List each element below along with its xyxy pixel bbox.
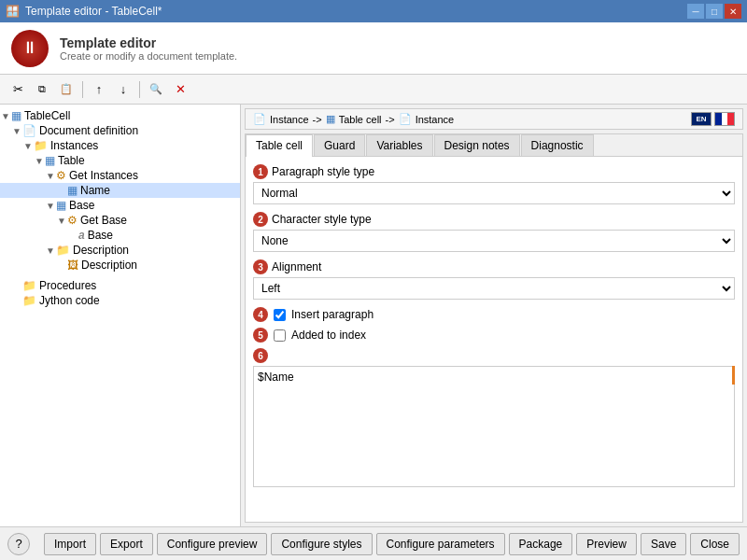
table-cell-icon: ▦: [56, 199, 66, 212]
get-base-icon: ⚙: [67, 214, 78, 227]
tree-item-instances[interactable]: ▼ 📁 Instances: [0, 138, 240, 153]
step-1-badge: 1: [253, 164, 268, 179]
expand-icon: ▼: [56, 216, 67, 226]
insert-paragraph-row: 4 Insert paragraph: [253, 307, 735, 322]
added-to-index-checkbox[interactable]: [274, 329, 286, 342]
alignment-select[interactable]: Left: [253, 277, 735, 300]
breadcrumb-icon-1: 📄: [253, 113, 266, 125]
package-button[interactable]: Package: [509, 533, 573, 555]
save-button[interactable]: Save: [641, 533, 686, 555]
paragraph-style-select[interactable]: Normal: [253, 182, 735, 204]
paragraph-style-text: Paragraph style type: [272, 165, 374, 178]
tree-label: Table: [58, 154, 85, 167]
tab-guard[interactable]: Guard: [314, 134, 365, 156]
english-flag[interactable]: EN: [691, 112, 712, 126]
expand-icon: ▼: [22, 141, 34, 151]
paragraph-style-row: 1 Paragraph style type Normal: [253, 164, 735, 204]
header: ⏸ Template editor Create or modify a doc…: [0, 22, 747, 75]
tree-label: Get Instances: [69, 169, 138, 182]
tree-item-base[interactable]: ▼ ▦ Base: [0, 198, 240, 213]
step-5-badge: 5: [253, 328, 268, 343]
insert-paragraph-checkbox[interactable]: [274, 309, 286, 321]
expand-icon: [56, 186, 67, 196]
tree-item-name[interactable]: ▦ Name: [0, 183, 240, 198]
configure-styles-button[interactable]: Configure styles: [271, 533, 372, 555]
toolbar: ✂ ⧉ 📋 ↑ ↓ 🔍 ✕: [0, 75, 747, 105]
tree-item-description2[interactable]: 🖼 Description: [0, 258, 240, 273]
alignment-row: 3 Alignment Left: [253, 259, 735, 300]
configure-preview-button[interactable]: Configure preview: [157, 533, 268, 555]
paste-button[interactable]: 📋: [56, 79, 77, 100]
close-button[interactable]: Close: [690, 533, 740, 555]
expand-icon: [56, 260, 67, 271]
jython-icon: 📁: [22, 294, 36, 307]
french-flag[interactable]: [714, 112, 735, 126]
tree-label: Document definition: [39, 124, 138, 137]
preview-button[interactable]: Preview: [576, 533, 637, 555]
language-flags: EN: [691, 112, 735, 126]
move-up-button[interactable]: ↑: [89, 79, 109, 100]
tab-diagnostic[interactable]: Diagnostic: [521, 134, 594, 156]
tree-label: Jython code: [39, 294, 100, 307]
tree-item-base2[interactable]: a Base: [0, 228, 240, 243]
cut-button[interactable]: ✂: [7, 79, 28, 100]
breadcrumb-icon-3: 📄: [399, 113, 412, 125]
character-style-select[interactable]: None: [253, 230, 735, 252]
tab-container: Table cell Guard Variables Design notes …: [245, 133, 743, 523]
tree-item-getbase[interactable]: ▼ ⚙ Get Base: [0, 213, 240, 228]
content-textarea[interactable]: $Name: [253, 366, 735, 487]
character-style-text: Character style type: [272, 213, 372, 226]
step-6-badge: 6: [253, 348, 268, 363]
tree-item-tablecell[interactable]: ▼ ▦ TableCell: [0, 108, 240, 123]
header-title: Template editor: [60, 35, 237, 50]
tree-label: Instances: [50, 139, 98, 152]
expand-icon: ▼: [0, 111, 11, 121]
help-button[interactable]: ?: [7, 533, 30, 555]
move-down-button[interactable]: ↓: [113, 79, 134, 100]
tree-item-procedures[interactable]: 📁 Procedures: [0, 278, 240, 293]
tree-label: Base: [88, 229, 113, 242]
doc-icon: 📄: [22, 124, 36, 137]
tree-item-docdefinition[interactable]: ▼ 📄 Document definition: [0, 123, 240, 138]
insert-paragraph-label: Insert paragraph: [291, 308, 374, 321]
paragraph-style-label: 1 Paragraph style type: [253, 164, 735, 179]
expand-icon: ▼: [45, 171, 56, 181]
tree-item-description[interactable]: ▼ 📁 Description: [0, 243, 240, 258]
copy-button[interactable]: ⧉: [32, 79, 52, 100]
get-instances-icon: ⚙: [56, 169, 66, 182]
tab-tablecell[interactable]: Table cell: [246, 134, 313, 157]
right-panel: 📄 Instance -> ▦ Table cell -> 📄 Instance…: [241, 105, 747, 526]
textarea-marker: [732, 366, 735, 385]
content-field-row: 6 $Name: [253, 348, 735, 490]
title-bar-left: 🪟 Template editor - TableCell*: [6, 5, 162, 18]
tree-item-table[interactable]: ▼ ▦ Table: [0, 153, 240, 168]
configure-parameters-button[interactable]: Configure parameters: [376, 533, 505, 555]
added-to-index-label: Added to index: [291, 329, 366, 342]
delete-button[interactable]: ✕: [170, 79, 190, 100]
tree-item-getinstances[interactable]: ▼ ⚙ Get Instances: [0, 168, 240, 183]
tab-variables[interactable]: Variables: [366, 134, 432, 156]
breadcrumb-icon-2: ▦: [326, 113, 335, 125]
close-window-button[interactable]: ✕: [725, 4, 741, 19]
tree-label: Name: [80, 184, 110, 197]
tab-designnotes[interactable]: Design notes: [434, 134, 520, 156]
step-2-badge: 2: [253, 212, 268, 227]
title-bar-controls: ─ □ ✕: [687, 4, 741, 19]
expand-icon: ▼: [45, 201, 56, 211]
minimize-button[interactable]: ─: [687, 4, 704, 19]
title-bar-text: Template editor - TableCell*: [25, 5, 162, 18]
content-field-label: 6: [253, 348, 735, 363]
step-4-badge: 4: [253, 307, 268, 322]
tree-item-jython[interactable]: 📁 Jython code: [0, 293, 240, 308]
import-button[interactable]: Import: [44, 533, 96, 555]
tree-label: Description: [73, 244, 129, 257]
maximize-button[interactable]: □: [706, 4, 723, 19]
find-button[interactable]: 🔍: [146, 79, 166, 100]
export-button[interactable]: Export: [100, 533, 153, 555]
expand-icon: ▼: [45, 245, 56, 256]
table-cell-icon: ▦: [67, 184, 78, 197]
breadcrumb-sep-1: ->: [313, 114, 322, 125]
step-3-badge: 3: [253, 259, 268, 274]
text-icon: a: [78, 229, 85, 242]
tree-label: TableCell: [24, 109, 70, 122]
